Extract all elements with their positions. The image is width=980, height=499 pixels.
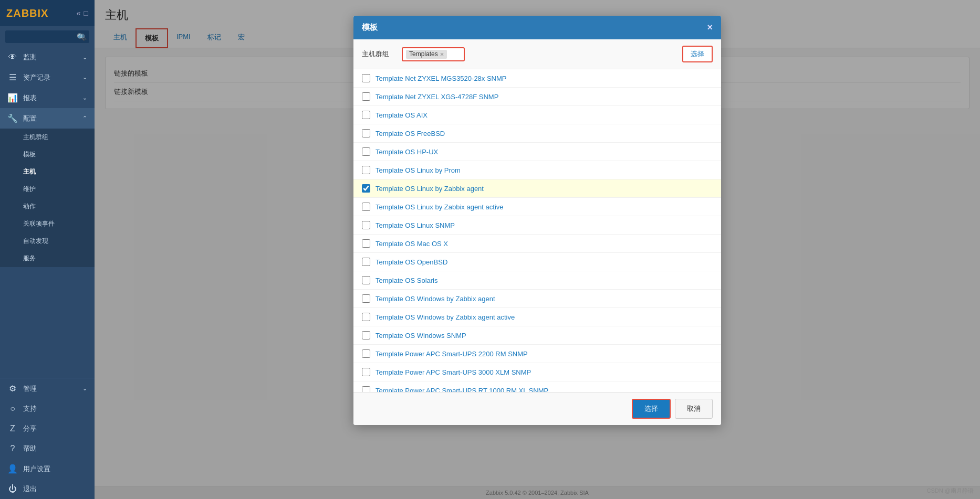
item-label: Template OS HP-UX bbox=[376, 148, 438, 156]
sidebar-item-host-group[interactable]: 主机群组 bbox=[0, 129, 95, 146]
item-checkbox[interactable] bbox=[362, 221, 370, 229]
tag-remove-button[interactable]: × bbox=[440, 50, 444, 58]
search-icon: 🔍 bbox=[77, 33, 85, 41]
modal-list-item[interactable]: Template OS Solaris bbox=[353, 271, 721, 290]
sidebar-item-report[interactable]: 📊 报表 ⌄ bbox=[0, 88, 95, 108]
item-label: Template Power APC Smart-UPS RT 1000 RM … bbox=[376, 387, 548, 392]
modal-filter-select-button[interactable]: 选择 bbox=[682, 46, 713, 62]
sidebar-item-monitor[interactable]: 👁 监测 ⌄ bbox=[0, 47, 95, 67]
sidebar-item-asset[interactable]: ☰ 资产记录 ⌄ bbox=[0, 67, 95, 88]
modal-close-button[interactable]: × bbox=[707, 22, 713, 33]
sidebar-item-label: 资产记录 bbox=[23, 73, 50, 82]
modal-cancel-button[interactable]: 取消 bbox=[675, 399, 713, 419]
modal-list-item[interactable]: Template OS Linux SNMP bbox=[353, 216, 721, 235]
sidebar-item-label: 用户设置 bbox=[23, 464, 50, 474]
sidebar-item-maintenance[interactable]: 维护 bbox=[0, 181, 95, 198]
item-checkbox[interactable] bbox=[362, 111, 370, 119]
help-icon: ? bbox=[7, 444, 18, 453]
sidebar-item-label: 退出 bbox=[23, 484, 37, 494]
eye-icon: 👁 bbox=[7, 52, 18, 62]
item-checkbox[interactable] bbox=[362, 203, 370, 211]
sidebar-item-services[interactable]: 服务 bbox=[0, 250, 95, 267]
item-checkbox[interactable] bbox=[362, 147, 370, 156]
item-checkbox[interactable] bbox=[362, 386, 370, 392]
sidebar-item-discovery[interactable]: 自动发现 bbox=[0, 232, 95, 250]
modal-list-item[interactable]: Template OS Windows SNMP bbox=[353, 326, 721, 345]
sidebar-item-correlation[interactable]: 关联项事件 bbox=[0, 215, 95, 232]
sidebar-item-label: 支持 bbox=[23, 404, 37, 413]
chevron-up-icon: ⌃ bbox=[82, 115, 87, 122]
logo-text: ZABBIX bbox=[6, 7, 48, 19]
sidebar-item-share[interactable]: Z 分享 bbox=[0, 419, 95, 439]
sidebar-item-hosts[interactable]: 主机 bbox=[0, 163, 95, 181]
item-checkbox[interactable] bbox=[362, 258, 370, 266]
modal-list-item[interactable]: Template Power APC Smart-UPS 2200 RM SNM… bbox=[353, 345, 721, 363]
sidebar-item-label: 监测 bbox=[23, 52, 37, 62]
item-checkbox[interactable] bbox=[362, 166, 370, 174]
sidebar-item-label: 管理 bbox=[23, 384, 37, 394]
item-checkbox[interactable] bbox=[362, 239, 370, 248]
item-label: Template OS Windows SNMP bbox=[376, 332, 466, 339]
modal-list-item[interactable]: Template OS Linux by Prom bbox=[353, 161, 721, 179]
item-checkbox[interactable] bbox=[362, 184, 370, 193]
item-checkbox[interactable] bbox=[362, 349, 370, 358]
item-label: Template OS Solaris bbox=[376, 277, 438, 284]
item-label: Template OS Mac OS X bbox=[376, 240, 448, 248]
sidebar-item-user-settings[interactable]: 👤 用户设置 bbox=[0, 459, 95, 479]
item-checkbox[interactable] bbox=[362, 92, 370, 101]
modal-filter-tag: Templates × bbox=[406, 50, 447, 59]
modal-confirm-button[interactable]: 选择 bbox=[632, 399, 671, 419]
sidebar-bottom: ⚙ 管理 ⌄ ○ 支持 Z 分享 ? 帮助 👤 用户设置 ⏻ 退出 bbox=[0, 378, 95, 499]
modal-list-item[interactable]: Template OS Mac OS X bbox=[353, 235, 721, 253]
watermark: CSDN @幽月静语 bbox=[927, 487, 974, 495]
modal-list-item[interactable]: Template Net ZYXEL XGS-4728F SNMP bbox=[353, 88, 721, 106]
item-checkbox[interactable] bbox=[362, 331, 370, 339]
item-checkbox[interactable] bbox=[362, 276, 370, 284]
modal-list-item[interactable]: Template OS HP-UX bbox=[353, 143, 721, 161]
item-checkbox[interactable] bbox=[362, 313, 370, 321]
modal-list-item[interactable]: Template OS Windows by Zabbix agent acti… bbox=[353, 308, 721, 326]
chevron-down-icon: ⌄ bbox=[82, 385, 87, 392]
sidebar-item-config[interactable]: 🔧 配置 ⌃ bbox=[0, 108, 95, 129]
modal-filter-row: 主机群组 Templates × 选择 bbox=[353, 39, 721, 69]
modal-dialog: 模板 × 主机群组 Templates × 选择 Template Net ZY… bbox=[353, 16, 721, 425]
sidebar-item-actions[interactable]: 动作 bbox=[0, 198, 95, 215]
sidebar-item-help[interactable]: ? 帮助 bbox=[0, 439, 95, 459]
modal-list: Template Net ZYXEL MGS3520-28x SNMPTempl… bbox=[353, 69, 721, 392]
modal-list-item[interactable]: Template OS Linux by Zabbix agent active bbox=[353, 198, 721, 216]
list-icon: ☰ bbox=[7, 72, 18, 82]
modal-filter-label: 主机群组 bbox=[362, 49, 389, 59]
sidebar-item-label: 配置 bbox=[23, 114, 37, 123]
chevron-down-icon: ⌄ bbox=[82, 54, 87, 61]
modal-list-item[interactable]: Template OS Linux by Zabbix agent bbox=[353, 179, 721, 198]
chevron-down-icon: ⌄ bbox=[82, 94, 87, 101]
modal-list-item[interactable]: Template OS AIX bbox=[353, 106, 721, 124]
modal-list-item[interactable]: Template OS FreeBSD bbox=[353, 124, 721, 143]
item-label: Template OS Linux SNMP bbox=[376, 221, 455, 229]
logo-icons: « □ bbox=[77, 9, 88, 17]
modal-list-item[interactable]: Template Net ZYXEL MGS3520-28x SNMP bbox=[353, 69, 721, 88]
item-checkbox[interactable] bbox=[362, 129, 370, 137]
sidebar-item-templates[interactable]: 模板 bbox=[0, 146, 95, 163]
sidebar-item-support[interactable]: ○ 支持 bbox=[0, 399, 95, 419]
modal-overlay: 模板 × 主机群组 Templates × 选择 Template Net ZY… bbox=[95, 0, 980, 499]
settings-icon: ⚙ bbox=[7, 384, 18, 394]
item-label: Template OS FreeBSD bbox=[376, 130, 445, 137]
collapse-icon[interactable]: « bbox=[77, 9, 81, 17]
modal-list-item[interactable]: Template Power APC Smart-UPS 3000 XLM SN… bbox=[353, 363, 721, 381]
sidebar-item-label: 分享 bbox=[23, 424, 37, 433]
sidebar-sub-config: 主机群组 模板 主机 维护 动作 关联项事件 自动发现 服务 bbox=[0, 129, 95, 267]
sidebar-item-label: 帮助 bbox=[23, 444, 37, 453]
item-checkbox[interactable] bbox=[362, 74, 370, 82]
modal-list-item[interactable]: Template OS OpenBSD bbox=[353, 253, 721, 271]
modal-list-item[interactable]: Template OS Windows by Zabbix agent bbox=[353, 290, 721, 308]
modal-filter-tag-wrap: Templates × bbox=[402, 47, 465, 61]
sidebar-item-admin[interactable]: ⚙ 管理 ⌄ bbox=[0, 378, 95, 399]
expand-icon[interactable]: □ bbox=[84, 9, 88, 17]
modal-header: 模板 × bbox=[353, 16, 721, 39]
item-checkbox[interactable] bbox=[362, 368, 370, 376]
item-checkbox[interactable] bbox=[362, 294, 370, 303]
item-label: Template OS Linux by Zabbix agent active bbox=[376, 203, 504, 211]
modal-list-item[interactable]: Template Power APC Smart-UPS RT 1000 RM … bbox=[353, 381, 721, 392]
sidebar-item-logout[interactable]: ⏻ 退出 bbox=[0, 479, 95, 499]
